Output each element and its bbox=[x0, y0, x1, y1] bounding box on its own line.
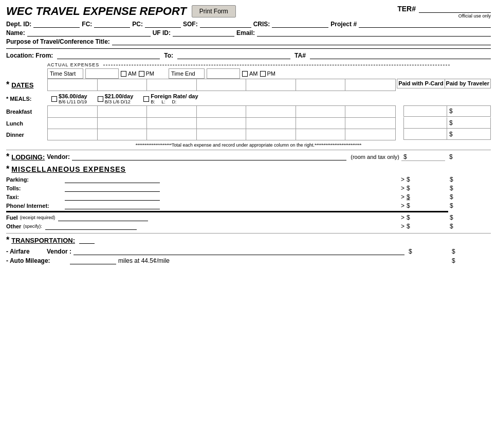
fuel-note: (receipt required) bbox=[20, 215, 56, 220]
date-cell-1 bbox=[48, 79, 98, 91]
fuel-pcard: $ bbox=[407, 214, 448, 221]
phone-traveler: $ bbox=[450, 202, 491, 209]
dinner-pcard bbox=[403, 129, 447, 140]
rate3-sub: B: L: D: bbox=[151, 99, 176, 104]
pm2-checkbox-area: PM bbox=[260, 70, 276, 77]
airfare-label: - Airfare bbox=[6, 248, 45, 255]
dates-asterisk: * bbox=[6, 80, 9, 89]
rate2-value: $21.00/day bbox=[105, 93, 134, 99]
cris-label: CRIS: bbox=[253, 21, 270, 28]
tolls-traveler: $ bbox=[450, 185, 491, 192]
lunch-cell-4 bbox=[197, 117, 247, 129]
cris-value bbox=[272, 21, 328, 28]
email-label: Email: bbox=[236, 29, 255, 37]
rate1-checkbox[interactable] bbox=[51, 96, 57, 102]
fuel-traveler: $ bbox=[450, 214, 491, 221]
phone-pcard: $ bbox=[407, 202, 448, 209]
pm-checkbox[interactable] bbox=[139, 71, 144, 77]
phone-label: Phone/ Internet: bbox=[6, 203, 63, 209]
lunch-pcard bbox=[403, 117, 447, 129]
print-button[interactable]: Print Form bbox=[192, 5, 236, 17]
phone-black-bar bbox=[6, 211, 448, 212]
pm2-checkbox[interactable] bbox=[260, 71, 266, 77]
sof-label: SOF: bbox=[183, 21, 198, 28]
breakfast-cell-4 bbox=[197, 106, 247, 117]
meals-label: * MEALS: bbox=[6, 96, 47, 102]
taxi-pcard: $ bbox=[407, 193, 448, 201]
ter-label: TER# bbox=[397, 5, 416, 13]
divider-1 bbox=[6, 48, 491, 49]
dept-id-value bbox=[33, 21, 80, 28]
other-traveler: $ bbox=[450, 223, 491, 230]
breakfast-cell-1 bbox=[48, 106, 98, 117]
auto-miles-value bbox=[70, 257, 116, 264]
airfare-traveler: $ bbox=[450, 248, 491, 255]
lunch-cell-2 bbox=[98, 117, 148, 129]
rate1-value: $36.00/day bbox=[59, 93, 87, 99]
airfare-vendor-label: Vendor : bbox=[47, 248, 71, 255]
to-label: To: bbox=[164, 52, 173, 59]
lodging-asterisk: * bbox=[6, 152, 9, 162]
dinner-cell-4 bbox=[197, 129, 247, 140]
dinner-cell-7 bbox=[345, 129, 395, 140]
pm-checkbox-area: PM bbox=[139, 70, 155, 77]
date-cell-7 bbox=[345, 79, 395, 91]
location-from-value bbox=[57, 52, 160, 59]
lodging-room-note: (room and tax only) bbox=[351, 154, 399, 160]
lodging-traveler: $ bbox=[447, 153, 491, 160]
breakfast-cell-7 bbox=[345, 106, 395, 117]
am2-checkbox[interactable] bbox=[242, 71, 248, 77]
other-value bbox=[45, 223, 137, 230]
breakfast-traveler: $ bbox=[447, 105, 491, 117]
lunch-cell-3 bbox=[147, 117, 197, 129]
tolls-label: Tolls: bbox=[6, 185, 63, 191]
airfare-vendor-value bbox=[73, 248, 404, 255]
lunch-label: Lunch bbox=[6, 120, 23, 127]
dates-label: DATES bbox=[11, 81, 33, 89]
am2-checkbox-area: AM bbox=[242, 70, 258, 77]
auto-pcard bbox=[407, 257, 448, 264]
lodging-label: LODGING: bbox=[11, 153, 45, 161]
fc-value bbox=[94, 21, 130, 28]
time-start-cell: Time Start bbox=[47, 68, 83, 79]
time-end-cell: Time End bbox=[169, 68, 205, 79]
rate2-checkbox[interactable] bbox=[98, 96, 103, 102]
time-start-value bbox=[85, 68, 119, 79]
am-label: AM bbox=[128, 70, 137, 77]
paid-traveler-header: Paid by Traveler bbox=[445, 79, 491, 88]
lunch-cell-7 bbox=[345, 117, 395, 129]
lunch-cell-1 bbox=[48, 117, 98, 129]
parking-gt: > bbox=[401, 176, 404, 183]
parking-label: Parking: bbox=[6, 176, 63, 183]
ter-value bbox=[419, 4, 491, 13]
ta-label: TA# bbox=[294, 52, 306, 59]
tolls-value bbox=[65, 185, 160, 192]
dinner-label: Dinner bbox=[6, 132, 24, 138]
transport-title: TRANSPORTATION: bbox=[11, 237, 75, 244]
lunch-traveler: $ bbox=[447, 117, 491, 129]
pc-label: PC: bbox=[132, 21, 143, 28]
email-value bbox=[257, 29, 491, 37]
sof-value bbox=[200, 21, 251, 28]
misc-title: MISCELLANEOUS EXPENSES bbox=[11, 165, 126, 173]
date-cell-4 bbox=[197, 79, 247, 91]
tolls-pcard: $ bbox=[407, 185, 448, 192]
date-cell-3 bbox=[147, 79, 197, 91]
lodging-pcard: $ bbox=[401, 153, 445, 161]
rate3-value: Foreign Rate/ day bbox=[151, 93, 198, 99]
project-label: Project # bbox=[330, 21, 357, 28]
other-note: (specify): bbox=[23, 224, 42, 229]
rate3-checkbox[interactable] bbox=[143, 96, 149, 102]
am-checkbox[interactable] bbox=[121, 71, 126, 77]
taxi-value bbox=[65, 193, 160, 201]
to-value bbox=[177, 52, 290, 59]
tolls-gt: > bbox=[401, 185, 404, 192]
breakfast-cell-5 bbox=[246, 106, 296, 117]
other-label: Other bbox=[6, 223, 21, 229]
transport-asterisk: * bbox=[6, 236, 9, 245]
parking-traveler: $ bbox=[450, 176, 491, 183]
breakfast-cell-6 bbox=[296, 106, 346, 117]
taxi-label: Taxi: bbox=[6, 194, 63, 200]
breakfast-cell-3 bbox=[147, 106, 197, 117]
pm2-label: PM bbox=[267, 70, 276, 77]
